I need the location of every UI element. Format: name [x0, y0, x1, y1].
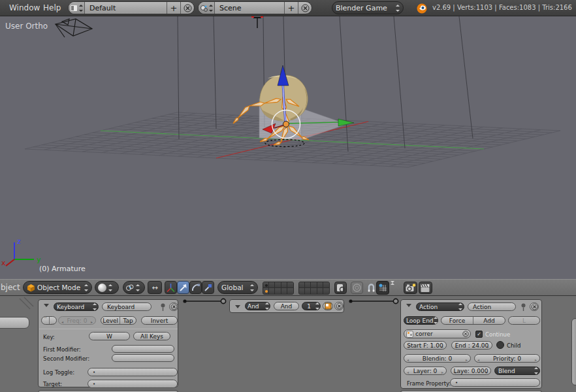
key-button[interactable]: W — [89, 332, 130, 340]
blend-mode-select[interactable]: Blend — [494, 367, 540, 375]
snap-increment-icon — [377, 283, 388, 293]
top-header: Window Help Default + Scene + — [0, 0, 576, 16]
tap-button[interactable]: Tap — [120, 317, 136, 324]
child-toggle[interactable] — [496, 341, 504, 349]
layers-grid-2[interactable] — [298, 282, 330, 295]
pin-icon[interactable] — [520, 302, 527, 312]
actuator-name-field[interactable]: Action — [468, 302, 516, 311]
lock-modes-button[interactable] — [334, 282, 347, 294]
screen-delete-button[interactable] — [180, 2, 194, 14]
screen-layout-icon — [70, 4, 78, 12]
menu-object-clipped[interactable]: bject — [1, 283, 20, 292]
all-keys-button[interactable]: All Keys — [133, 332, 170, 340]
mode-select[interactable]: Object Mode — [23, 281, 92, 294]
controller-type-value: And — [246, 303, 265, 310]
render-opengl-button[interactable] — [404, 282, 417, 294]
move-arrow-icon — [178, 282, 189, 293]
sensor-delete-button[interactable] — [169, 302, 178, 311]
controller-mark-button[interactable] — [323, 302, 333, 310]
snap-element-button[interactable] — [376, 281, 389, 295]
selection-outline — [265, 140, 304, 147]
controller-state-field[interactable]: 1 — [302, 302, 321, 310]
screen-name-field[interactable]: Default — [85, 2, 167, 14]
manipulate-center-button[interactable]: ↔ — [148, 281, 162, 294]
proportional-edit-button[interactable] — [351, 282, 363, 294]
child-label: Child — [507, 342, 520, 349]
sensor-name-field[interactable]: Keyboard — [102, 302, 152, 311]
manipulator-translate-button[interactable] — [177, 281, 189, 294]
level-tap-buttons[interactable]: Level Tap — [101, 316, 136, 325]
actuator-delete-button[interactable] — [530, 302, 539, 311]
close-icon — [184, 4, 192, 12]
second-modifier-field[interactable] — [112, 354, 174, 362]
actuator-type-select[interactable]: Action — [416, 302, 464, 311]
menu-window[interactable]: Window — [9, 3, 40, 12]
sensor-type-select[interactable]: Keyboard — [54, 302, 99, 311]
shading-select[interactable] — [95, 281, 119, 294]
collapse-triangle[interactable] — [406, 304, 411, 307]
pivot-select[interactable] — [123, 281, 145, 294]
continue-checkbox[interactable]: ✓ — [475, 331, 483, 338]
render-anim-button[interactable] — [419, 282, 432, 294]
scene-name-field[interactable]: Scene — [215, 2, 284, 14]
scene-delete-button[interactable] — [298, 2, 312, 14]
screen-layout-selector: Default + — [68, 1, 195, 14]
log-toggle-field[interactable]: • — [88, 368, 178, 376]
clear-icon[interactable] — [462, 331, 469, 337]
controller-delete-button[interactable] — [334, 302, 344, 310]
orientation-select[interactable]: Global — [217, 281, 258, 294]
add-button[interactable]: Add — [473, 317, 505, 324]
clipped-panel-button[interactable] — [0, 317, 29, 329]
view-label: User Ortho — [5, 22, 48, 31]
controller-type-select[interactable]: And — [245, 302, 270, 310]
logic-editor: Keyboard Keyboard ''' ... Freq: 0 Level … — [0, 296, 576, 392]
marker-flag — [251, 17, 263, 28]
camera-wireframe[interactable] — [56, 19, 92, 37]
scene-browse[interactable] — [199, 2, 215, 14]
screen-layout-browse[interactable] — [69, 2, 85, 14]
layer-field[interactable]: Layer: 0 — [404, 367, 447, 375]
layers-grid-1[interactable] — [263, 282, 294, 295]
invert-button[interactable]: Invert — [141, 316, 178, 325]
scrollbar[interactable] — [571, 318, 576, 385]
snap-toggle-button[interactable] — [366, 281, 376, 295]
manipulator-toggle-button[interactable] — [165, 281, 177, 294]
manipulator-rotate-button[interactable] — [189, 281, 202, 294]
shading-icon — [98, 284, 106, 292]
collapse-triangle[interactable] — [44, 304, 49, 307]
first-modifier-field[interactable] — [112, 345, 174, 353]
end-frame-field[interactable]: End : 24.00 — [451, 341, 492, 350]
force-button[interactable]: Force — [441, 317, 473, 324]
level-button[interactable]: Level — [101, 317, 120, 324]
local-button[interactable]: L — [508, 316, 540, 325]
pulse-mode-buttons[interactable]: ''' ... — [41, 316, 57, 325]
manipulator-scale-button[interactable] — [202, 281, 214, 294]
engine-select[interactable]: Blender Game — [332, 1, 404, 14]
collapse-triangle[interactable] — [235, 305, 240, 308]
scene-add-button[interactable]: + — [284, 2, 298, 14]
target-field[interactable]: • — [88, 380, 178, 388]
screen-add-button[interactable]: + — [167, 2, 180, 14]
controller-name-field[interactable]: And — [274, 302, 299, 310]
manipulator-center[interactable] — [283, 122, 289, 127]
action-datablock-field[interactable]: correr — [404, 329, 471, 338]
viewport-header: bject Object Mode ↔ Gl — [0, 279, 576, 296]
frame-property-field[interactable]: • — [450, 378, 540, 387]
frame-property-label: Frame Property: — [407, 380, 451, 387]
controller-state-value: 1 — [302, 303, 315, 310]
priority-field[interactable]: Priority: 0 — [474, 354, 540, 363]
play-mode-select[interactable]: Loop End — [404, 316, 438, 325]
center-points-icon: ↔ — [152, 284, 157, 292]
force-add-buttons[interactable]: Force Add — [441, 316, 505, 325]
close-icon — [301, 4, 310, 12]
start-frame-field[interactable]: Start F: 1.00 — [404, 341, 447, 350]
viewport-3d[interactable]: z y x User Ortho (0) Armature — [0, 16, 576, 279]
freq-field[interactable]: Freq: 0 — [58, 316, 96, 325]
key-label: Key: — [43, 334, 55, 340]
pin-icon[interactable] — [159, 302, 167, 312]
layer-weight-field[interactable]: Laye: 0.000 — [451, 367, 491, 375]
active-object-label: (0) Armature — [39, 265, 86, 273]
blendin-field[interactable]: Blendin: 0 — [404, 354, 471, 363]
magnet-icon — [366, 283, 376, 293]
menu-help[interactable]: Help — [43, 3, 61, 12]
